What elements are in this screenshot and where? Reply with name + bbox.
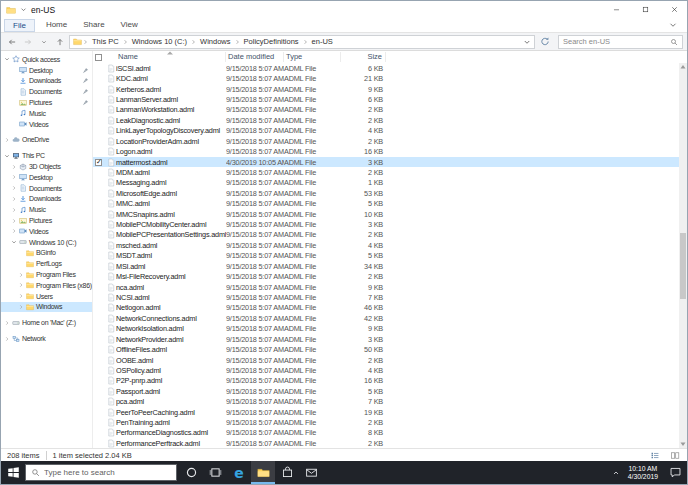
expander-icon[interactable] [18,282,24,288]
file-row-p2p-pnrp-adml[interactable]: P2P-pnrp.adml9/15/2018 5:07 AMADML File1… [93,376,687,386]
file-explorer-button[interactable] [251,461,275,484]
nav-item-perflogs[interactable]: PerfLogs [1,258,92,269]
checkbox-checked[interactable] [95,159,102,166]
breadcrumb-separator-icon[interactable] [82,38,89,46]
nav-item-bginfo[interactable]: BGinfo [1,248,92,259]
file-row-oobe-adml[interactable]: OOBE.adml9/15/2018 5:07 AMADML File2 KB [93,355,687,365]
nav-item-documents[interactable]: Documents [1,86,92,97]
maximize-button[interactable] [633,1,658,18]
file-row-performanceperftrack-adml[interactable]: PerformancePerftrack.adml9/15/2018 5:07 … [93,438,687,448]
nav-item-3d-objects[interactable]: 3D Objects [1,161,92,172]
file-row-iscsi-adml[interactable]: iSCSI.adml9/15/2018 5:07 AMADML File6 KB [93,63,687,73]
file-row-logon-adml[interactable]: Logon.adml9/15/2018 5:07 AMADML File16 K… [93,146,687,156]
expander-icon[interactable] [11,228,17,234]
file-row-microsoftedge-adml[interactable]: MicrosoftEdge.adml9/15/2018 5:07 AMADML … [93,188,687,198]
expander-icon[interactable] [4,56,10,62]
breadcrumb-item-en-us[interactable]: en-US [309,37,336,46]
file-row-locationprovideradm-adml[interactable]: LocationProviderAdm.adml9/15/2018 5:07 A… [93,136,687,146]
scroll-up-icon[interactable] [679,63,687,71]
up-button[interactable] [53,35,67,49]
column-header-date-modified[interactable]: Date modified [226,52,284,62]
expander-icon[interactable] [4,153,10,159]
expander-icon[interactable] [18,293,24,299]
file-row-msi-filerecovery-adml[interactable]: Msi-FileRecovery.adml9/15/2018 5:07 AMAD… [93,271,687,281]
expander-icon[interactable] [4,336,10,342]
file-row-kdc-adml[interactable]: KDC.adml9/15/2018 5:07 AMADML File21 KB [93,73,687,83]
taskbar-clock[interactable]: 10:10 AM 4/30/2019 [623,465,663,481]
column-header-type[interactable]: Type [284,52,341,62]
file-row-leakdiagnostic-adml[interactable]: LeakDiagnostic.adml9/15/2018 5:07 AMADML… [93,115,687,125]
nav-item-home-on-mac-z[interactable]: Home on 'Mac' (Z:) [1,317,92,328]
nav-item-users[interactable]: Users [1,291,92,302]
nav-item-downloads[interactable]: Downloads [1,194,92,205]
file-row-mobilepcmobilitycenter-adml[interactable]: MobilePCMobilityCenter.adml9/15/2018 5:0… [93,219,687,229]
file-row-performancediagnostics-adml[interactable]: PerformanceDiagnostics.adml9/15/2018 5:0… [93,428,687,438]
expander-icon[interactable] [11,185,17,191]
breadcrumb-separator-icon[interactable] [234,38,241,46]
file-row-kerberos-adml[interactable]: Kerberos.adml9/15/2018 5:07 AMADML File9… [93,84,687,94]
edge-button[interactable]: e [227,461,251,484]
nav-item-this-pc[interactable]: This PC [1,150,92,161]
file-row-mmc-adml[interactable]: MMC.adml9/15/2018 5:07 AMADML File5 KB [93,198,687,208]
nav-item-network[interactable]: Network [1,333,92,344]
recent-locations-icon[interactable] [37,35,51,49]
tray-expand-icon[interactable] [609,466,623,480]
address-bar[interactable]: This PCWindows 10 (C:)WindowsPolicyDefin… [69,35,535,49]
minimize-button[interactable] [604,1,629,18]
refresh-icon[interactable] [539,36,551,47]
file-row-mdm-adml[interactable]: MDM.adml9/15/2018 5:07 AMADML File2 KB [93,167,687,177]
file-row-ospolicy-adml[interactable]: OSPolicy.adml9/15/2018 5:07 AMADML File4… [93,365,687,375]
file-row-msi-adml[interactable]: MSI.adml9/15/2018 5:07 AMADML File34 KB [93,261,687,271]
taskbar-search[interactable]: Type here to search [25,464,177,481]
breadcrumb-item-windows-10-c[interactable]: Windows 10 (C:) [129,37,190,46]
expander-icon[interactable] [11,196,17,202]
file-row-lanmanworkstation-adml[interactable]: LanmanWorkstation.adml9/15/2018 5:07 AMA… [93,105,687,115]
back-button[interactable] [5,35,19,49]
address-dropdown-icon[interactable] [523,38,531,46]
file-row-lanmanserver-adml[interactable]: LanmanServer.adml9/15/2018 5:07 AMADML F… [93,94,687,104]
expander-icon[interactable] [4,320,10,326]
expander-icon[interactable] [11,164,17,170]
nav-item-program-files[interactable]: Program Files [1,269,92,280]
nav-item-windows-10-c[interactable]: Windows 10 (C:) [1,237,92,248]
task-view-button[interactable] [203,461,227,484]
nav-item-program-files-x86[interactable]: Program Files (x86) [1,280,92,291]
file-row-ncsi-adml[interactable]: NCSI.adml9/15/2018 5:07 AMADML File7 KB [93,292,687,302]
quick-access-toolbar-chevron-icon[interactable] [20,6,27,13]
expander-icon[interactable] [11,174,17,180]
breadcrumb-item-this-pc[interactable]: This PC [89,37,122,46]
nav-item-documents[interactable]: Documents [1,183,92,194]
nav-item-videos[interactable]: Videos [1,226,92,237]
nav-item-videos[interactable]: Videos [1,119,92,130]
start-button[interactable] [1,461,25,484]
expander-icon[interactable] [11,207,17,213]
breadcrumb-separator-icon[interactable] [302,38,309,46]
details-view-button[interactable] [649,450,661,461]
select-all-checkbox[interactable] [95,54,102,61]
tab-home[interactable]: Home [38,19,75,32]
breadcrumb-separator-icon[interactable] [122,38,129,46]
expander-icon[interactable] [18,304,24,310]
file-row-linklayertopologydiscovery-adml[interactable]: LinkLayerTopologyDiscovery.adml9/15/2018… [93,126,687,136]
column-header-size[interactable]: Size [341,52,386,62]
nav-item-music[interactable]: Music [1,204,92,215]
file-row-pentraining-adml[interactable]: PenTraining.adml9/15/2018 5:07 AMADML Fi… [93,417,687,427]
store-button[interactable] [275,461,299,484]
file-row-networkprovider-adml[interactable]: NetworkProvider.adml9/15/2018 5:07 AMADM… [93,334,687,344]
nav-item-downloads[interactable]: Downloads [1,76,92,87]
breadcrumb-separator-icon[interactable] [190,38,197,46]
cortana-button[interactable] [179,461,203,484]
breadcrumb-item-policydefinitions[interactable]: PolicyDefinitions [241,37,302,46]
tab-share[interactable]: Share [75,19,112,32]
nav-item-desktop[interactable]: Desktop [1,65,92,76]
tab-view[interactable]: View [113,19,146,32]
tab-file[interactable]: File [4,19,35,32]
expander-icon[interactable] [11,239,17,245]
file-row-mmcsnapins-adml[interactable]: MMCSnapins.adml9/15/2018 5:07 AMADML Fil… [93,209,687,219]
file-row-offlinefiles-adml[interactable]: OfflineFiles.adml9/15/2018 5:07 AMADML F… [93,344,687,354]
file-row-pca-adml[interactable]: pca.adml9/15/2018 5:07 AMADML File7 KB [93,397,687,407]
file-row-netlogon-adml[interactable]: Netlogon.adml9/15/2018 5:07 AMADML File4… [93,303,687,313]
file-row-msched-adml[interactable]: msched.adml9/15/2018 5:07 AMADML File4 K… [93,240,687,250]
nav-item-pictures[interactable]: Pictures [1,97,92,108]
nav-item-windows[interactable]: Windows [1,302,92,313]
